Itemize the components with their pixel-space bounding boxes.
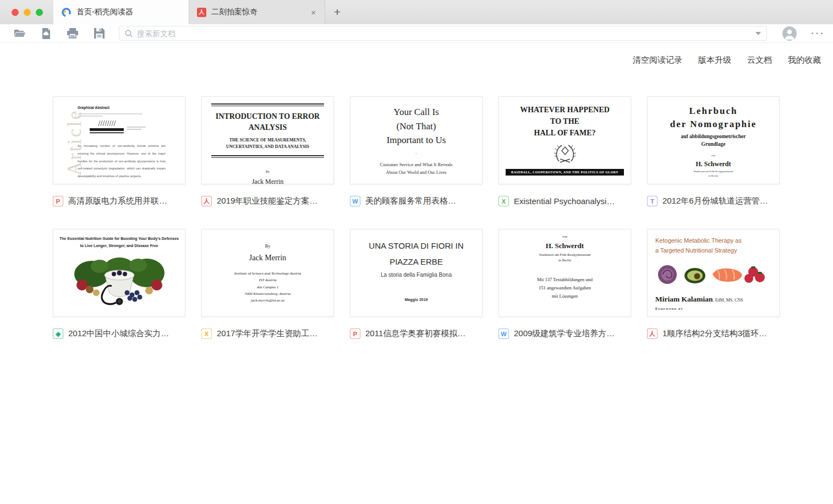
search-bar[interactable] — [119, 26, 767, 41]
thumb-author: Miriam Kalamian, EdM, MS, CNS — [655, 295, 772, 304]
thumb-note: 151 angewandten Aufgaben — [499, 284, 631, 292]
document-card[interactable]: Your Call Is (Not That) Important to Us … — [350, 96, 483, 206]
thumb-heading: Ketogenic Metabolic Therapy as — [655, 236, 772, 246]
tab-document-label: 二刻拍案惊奇 — [211, 7, 257, 17]
document-thumbnail[interactable]: Lehrbuch der Nomographie auf abbildungsg… — [647, 96, 780, 184]
thumb-by: By — [202, 170, 333, 173]
thumb-heading: a Targeted Nutritional Strategy — [655, 246, 772, 256]
thumb-banner: BASEBALL, COOPERSTOWN, AND THE POLITICS … — [506, 169, 624, 176]
import-document-icon[interactable] — [33, 28, 59, 39]
thumb-affiliation: IST Austria — [202, 277, 333, 283]
document-title[interactable]: 2017学年开学学生资助工… — [217, 328, 317, 339]
open-folder-icon[interactable] — [7, 29, 33, 38]
document-thumbnail[interactable]: INTRODUCTION TO ERROR ANALYSIS THE SCIEN… — [201, 96, 334, 184]
thumb-title-line: TO THE — [499, 116, 631, 127]
document-card[interactable]: UNA STORIA DI FIORI IN PIAZZA ERBE La st… — [350, 229, 483, 339]
document-card[interactable]: Article Graphical Abstract — [53, 96, 185, 206]
document-card[interactable]: The Essential Nutrition Guide for Boosti… — [53, 229, 185, 339]
document-title[interactable]: 2012中国中小城综合实力… — [68, 328, 169, 339]
thumb-note: Mit 137 Textabbildungen und — [499, 276, 631, 284]
new-tab-button[interactable]: + — [325, 0, 349, 24]
document-thumbnail[interactable]: Your Call Is (Not That) Important to Us … — [350, 96, 483, 184]
tab-home-label: 首页-稻壳阅读器 — [76, 7, 133, 17]
version-upgrade-link[interactable]: 版本升级 — [698, 55, 731, 65]
thumb-author: Jack Merrin — [202, 178, 333, 184]
thumb-von: von — [499, 235, 631, 238]
pdf-file-icon: 人 — [197, 8, 206, 17]
thumb-subtitle: Grundlage — [648, 140, 779, 148]
thumb-author: H. Schwerdt — [648, 160, 779, 168]
document-title[interactable]: 2019年职业技能鉴定方案… — [217, 196, 317, 206]
thumb-title-line: WHATEVER HAPPENED — [499, 104, 631, 116]
save-icon[interactable] — [86, 28, 112, 39]
thumb-title-line: UNA STORIA DI FIORI IN — [350, 238, 482, 254]
thumb-figure — [85, 119, 151, 136]
toolbar: ··· — [0, 24, 833, 43]
document-card[interactable]: INTRODUCTION TO ERROR ANALYSIS THE SCIEN… — [201, 96, 334, 206]
minimize-window-button[interactable] — [24, 9, 31, 16]
thumb-heading: to Live Longer, Stronger, and Disease Fr… — [53, 242, 185, 249]
document-thumbnail[interactable]: Article Graphical Abstract — [53, 96, 185, 184]
zoom-window-button[interactable] — [36, 9, 43, 16]
thumb-title-line: (Not That) — [350, 119, 482, 134]
pdf-file-icon: 人 — [647, 328, 657, 339]
close-window-button[interactable] — [12, 9, 19, 16]
document-thumbnail[interactable]: UNA STORIA DI FIORI IN PIAZZA ERBE La st… — [350, 229, 483, 317]
word-file-icon: W — [498, 328, 509, 339]
excel-file-icon: X — [498, 196, 509, 206]
more-menu-button[interactable]: ··· — [811, 28, 825, 39]
tab-home[interactable]: 首页-稻壳阅读器 — [53, 0, 189, 24]
thumb-affiliation: Am Campus 1 — [202, 284, 333, 291]
thumb-date: Maggio 2019 — [350, 298, 482, 302]
thumb-heading: The Essential Nutrition Guide for Boosti… — [53, 235, 185, 242]
decorative-rule — [211, 155, 325, 158]
print-icon[interactable] — [59, 28, 86, 39]
document-card[interactable]: By Jack Merrin Institute of Science and … — [201, 229, 334, 339]
thumb-by: By — [202, 244, 333, 249]
user-avatar[interactable] — [782, 26, 797, 41]
tab-document[interactable]: 人 二刻拍案惊奇 × — [189, 0, 325, 24]
document-thumbnail[interactable]: WHATEVER HAPPENED TO THE HALL OF FAME? — [498, 96, 631, 184]
document-thumbnail[interactable]: von H. Schwerdt Studienrat am Falk-Realg… — [498, 229, 631, 317]
document-thumbnail[interactable]: Ketogenic Metabolic Therapy as a Targete… — [647, 229, 780, 317]
document-title[interactable]: Existential Psychoanalysi… — [514, 196, 615, 206]
thumb-subtitle: La storia della Famiglia Bona — [350, 272, 482, 278]
thumb-subtitle: About Our World and Our Lives — [350, 168, 482, 176]
document-thumbnail[interactable]: The Essential Nutrition Guide for Boosti… — [53, 229, 185, 317]
document-title[interactable]: 2009级建筑学专业培养方… — [514, 328, 615, 339]
thumb-affiliation: Studienrat am Falk-Realgymnasium — [648, 169, 779, 174]
thumb-affiliation: in Berlin — [499, 258, 631, 263]
form-file-icon: ◈ — [53, 328, 63, 339]
thumb-author: Jack Merrin — [202, 254, 333, 262]
quick-links: 清空阅读记录 版本升级 云文档 我的收藏 — [0, 43, 833, 65]
text-line-placeholder — [78, 113, 143, 114]
thumb-affiliation: in Berlin — [648, 174, 779, 178]
thumb-title-line: der Nomographie — [648, 119, 779, 130]
my-favorites-link[interactable]: 我的收藏 — [788, 55, 821, 65]
search-input[interactable] — [137, 29, 755, 38]
document-title[interactable]: 2012年6月份城轨道运营管… — [662, 196, 768, 206]
search-dropdown-icon[interactable] — [755, 32, 761, 35]
thumb-title-line: Important to Us — [350, 133, 482, 147]
document-title[interactable]: 1顺序结构2分支结构3循环… — [662, 328, 767, 339]
document-thumbnail[interactable]: By Jack Merrin Institute of Science and … — [201, 229, 334, 317]
document-title[interactable]: 美的顾客服务常用表格… — [365, 196, 456, 206]
document-card[interactable]: Lehrbuch der Nomographie auf abbildungsg… — [647, 96, 780, 206]
text-line-placeholder — [78, 116, 103, 117]
spreadsheet-file-icon: X — [201, 328, 212, 339]
thumb-subtitle: THE SCIENCE OF MEASUREMENTS, UNCERTAINTI… — [216, 137, 319, 151]
document-title[interactable]: 2011信息学奥赛初赛模拟… — [365, 328, 465, 339]
document-title[interactable]: 高清原版电力系统用并联… — [68, 196, 167, 206]
thumb-affiliation: 3400 Klosterneuburg, Austria — [202, 291, 333, 297]
thumb-title-line: HALL OF FAME? — [499, 127, 631, 139]
thumb-heading: Graphical Abstract — [78, 106, 166, 109]
document-card[interactable]: von H. Schwerdt Studienrat am Falk-Realg… — [498, 229, 631, 339]
traffic-lights — [0, 0, 53, 24]
clear-reading-history-link[interactable]: 清空阅读记录 — [633, 55, 682, 65]
document-card[interactable]: Ketogenic Metabolic Therapy as a Targete… — [647, 229, 780, 339]
close-tab-icon[interactable]: × — [310, 8, 317, 17]
cloud-documents-link[interactable]: 云文档 — [747, 55, 772, 65]
thumb-title-line: Lehrbuch — [648, 106, 779, 117]
txt-file-icon: T — [647, 196, 657, 206]
document-card[interactable]: WHATEVER HAPPENED TO THE HALL OF FAME? — [498, 96, 631, 206]
